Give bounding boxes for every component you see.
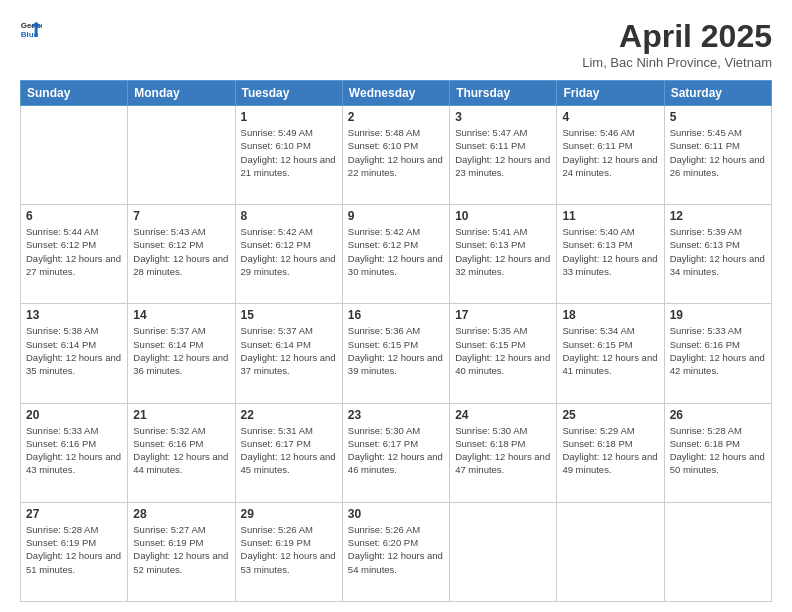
calendar-cell: 24Sunrise: 5:30 AMSunset: 6:18 PMDayligh… bbox=[450, 403, 557, 502]
calendar-cell: 29Sunrise: 5:26 AMSunset: 6:19 PMDayligh… bbox=[235, 502, 342, 601]
calendar-cell: 18Sunrise: 5:34 AMSunset: 6:15 PMDayligh… bbox=[557, 304, 664, 403]
day-number: 7 bbox=[133, 209, 229, 223]
day-info: Sunrise: 5:40 AMSunset: 6:13 PMDaylight:… bbox=[562, 225, 658, 278]
calendar-cell: 22Sunrise: 5:31 AMSunset: 6:17 PMDayligh… bbox=[235, 403, 342, 502]
weekday-header: Monday bbox=[128, 81, 235, 106]
logo: General Blue bbox=[20, 18, 42, 40]
calendar-cell: 30Sunrise: 5:26 AMSunset: 6:20 PMDayligh… bbox=[342, 502, 449, 601]
day-number: 18 bbox=[562, 308, 658, 322]
calendar-cell: 7Sunrise: 5:43 AMSunset: 6:12 PMDaylight… bbox=[128, 205, 235, 304]
calendar-week-row: 1Sunrise: 5:49 AMSunset: 6:10 PMDaylight… bbox=[21, 106, 772, 205]
logo-icon: General Blue bbox=[20, 18, 42, 40]
calendar-cell bbox=[21, 106, 128, 205]
day-info: Sunrise: 5:41 AMSunset: 6:13 PMDaylight:… bbox=[455, 225, 551, 278]
calendar-week-row: 13Sunrise: 5:38 AMSunset: 6:14 PMDayligh… bbox=[21, 304, 772, 403]
day-number: 30 bbox=[348, 507, 444, 521]
day-info: Sunrise: 5:30 AMSunset: 6:17 PMDaylight:… bbox=[348, 424, 444, 477]
day-number: 10 bbox=[455, 209, 551, 223]
weekday-header: Thursday bbox=[450, 81, 557, 106]
day-info: Sunrise: 5:45 AMSunset: 6:11 PMDaylight:… bbox=[670, 126, 766, 179]
calendar-cell: 11Sunrise: 5:40 AMSunset: 6:13 PMDayligh… bbox=[557, 205, 664, 304]
day-info: Sunrise: 5:48 AMSunset: 6:10 PMDaylight:… bbox=[348, 126, 444, 179]
calendar-body: 1Sunrise: 5:49 AMSunset: 6:10 PMDaylight… bbox=[21, 106, 772, 602]
weekday-header: Friday bbox=[557, 81, 664, 106]
calendar-cell: 14Sunrise: 5:37 AMSunset: 6:14 PMDayligh… bbox=[128, 304, 235, 403]
day-number: 28 bbox=[133, 507, 229, 521]
calendar-week-row: 27Sunrise: 5:28 AMSunset: 6:19 PMDayligh… bbox=[21, 502, 772, 601]
day-info: Sunrise: 5:26 AMSunset: 6:20 PMDaylight:… bbox=[348, 523, 444, 576]
weekday-header: Saturday bbox=[664, 81, 771, 106]
title-block: April 2025 Lim, Bac Ninh Province, Vietn… bbox=[582, 18, 772, 70]
day-number: 16 bbox=[348, 308, 444, 322]
calendar-cell: 26Sunrise: 5:28 AMSunset: 6:18 PMDayligh… bbox=[664, 403, 771, 502]
calendar-cell: 10Sunrise: 5:41 AMSunset: 6:13 PMDayligh… bbox=[450, 205, 557, 304]
day-info: Sunrise: 5:43 AMSunset: 6:12 PMDaylight:… bbox=[133, 225, 229, 278]
day-number: 4 bbox=[562, 110, 658, 124]
calendar-cell bbox=[128, 106, 235, 205]
calendar-cell: 1Sunrise: 5:49 AMSunset: 6:10 PMDaylight… bbox=[235, 106, 342, 205]
day-number: 29 bbox=[241, 507, 337, 521]
calendar-page: General Blue April 2025 Lim, Bac Ninh Pr… bbox=[0, 0, 792, 612]
day-number: 22 bbox=[241, 408, 337, 422]
calendar-cell: 28Sunrise: 5:27 AMSunset: 6:19 PMDayligh… bbox=[128, 502, 235, 601]
calendar-cell: 15Sunrise: 5:37 AMSunset: 6:14 PMDayligh… bbox=[235, 304, 342, 403]
calendar-cell: 8Sunrise: 5:42 AMSunset: 6:12 PMDaylight… bbox=[235, 205, 342, 304]
calendar-cell bbox=[664, 502, 771, 601]
calendar-cell: 17Sunrise: 5:35 AMSunset: 6:15 PMDayligh… bbox=[450, 304, 557, 403]
calendar-title: April 2025 bbox=[582, 18, 772, 55]
day-info: Sunrise: 5:33 AMSunset: 6:16 PMDaylight:… bbox=[26, 424, 122, 477]
day-info: Sunrise: 5:27 AMSunset: 6:19 PMDaylight:… bbox=[133, 523, 229, 576]
day-info: Sunrise: 5:42 AMSunset: 6:12 PMDaylight:… bbox=[241, 225, 337, 278]
calendar-table: SundayMondayTuesdayWednesdayThursdayFrid… bbox=[20, 80, 772, 602]
calendar-cell: 9Sunrise: 5:42 AMSunset: 6:12 PMDaylight… bbox=[342, 205, 449, 304]
calendar-cell: 4Sunrise: 5:46 AMSunset: 6:11 PMDaylight… bbox=[557, 106, 664, 205]
weekday-row: SundayMondayTuesdayWednesdayThursdayFrid… bbox=[21, 81, 772, 106]
day-number: 8 bbox=[241, 209, 337, 223]
day-info: Sunrise: 5:37 AMSunset: 6:14 PMDaylight:… bbox=[241, 324, 337, 377]
day-number: 19 bbox=[670, 308, 766, 322]
day-info: Sunrise: 5:38 AMSunset: 6:14 PMDaylight:… bbox=[26, 324, 122, 377]
calendar-week-row: 6Sunrise: 5:44 AMSunset: 6:12 PMDaylight… bbox=[21, 205, 772, 304]
calendar-header: SundayMondayTuesdayWednesdayThursdayFrid… bbox=[21, 81, 772, 106]
day-number: 20 bbox=[26, 408, 122, 422]
weekday-header: Tuesday bbox=[235, 81, 342, 106]
day-info: Sunrise: 5:30 AMSunset: 6:18 PMDaylight:… bbox=[455, 424, 551, 477]
day-number: 13 bbox=[26, 308, 122, 322]
day-number: 2 bbox=[348, 110, 444, 124]
day-number: 12 bbox=[670, 209, 766, 223]
day-info: Sunrise: 5:28 AMSunset: 6:19 PMDaylight:… bbox=[26, 523, 122, 576]
day-number: 9 bbox=[348, 209, 444, 223]
day-info: Sunrise: 5:33 AMSunset: 6:16 PMDaylight:… bbox=[670, 324, 766, 377]
day-number: 1 bbox=[241, 110, 337, 124]
calendar-cell: 20Sunrise: 5:33 AMSunset: 6:16 PMDayligh… bbox=[21, 403, 128, 502]
day-info: Sunrise: 5:42 AMSunset: 6:12 PMDaylight:… bbox=[348, 225, 444, 278]
day-number: 6 bbox=[26, 209, 122, 223]
day-info: Sunrise: 5:37 AMSunset: 6:14 PMDaylight:… bbox=[133, 324, 229, 377]
calendar-cell: 19Sunrise: 5:33 AMSunset: 6:16 PMDayligh… bbox=[664, 304, 771, 403]
day-info: Sunrise: 5:32 AMSunset: 6:16 PMDaylight:… bbox=[133, 424, 229, 477]
calendar-cell: 25Sunrise: 5:29 AMSunset: 6:18 PMDayligh… bbox=[557, 403, 664, 502]
day-info: Sunrise: 5:44 AMSunset: 6:12 PMDaylight:… bbox=[26, 225, 122, 278]
calendar-cell: 2Sunrise: 5:48 AMSunset: 6:10 PMDaylight… bbox=[342, 106, 449, 205]
day-info: Sunrise: 5:31 AMSunset: 6:17 PMDaylight:… bbox=[241, 424, 337, 477]
calendar-cell: 12Sunrise: 5:39 AMSunset: 6:13 PMDayligh… bbox=[664, 205, 771, 304]
day-info: Sunrise: 5:29 AMSunset: 6:18 PMDaylight:… bbox=[562, 424, 658, 477]
day-info: Sunrise: 5:28 AMSunset: 6:18 PMDaylight:… bbox=[670, 424, 766, 477]
day-info: Sunrise: 5:26 AMSunset: 6:19 PMDaylight:… bbox=[241, 523, 337, 576]
day-number: 5 bbox=[670, 110, 766, 124]
day-number: 17 bbox=[455, 308, 551, 322]
day-info: Sunrise: 5:49 AMSunset: 6:10 PMDaylight:… bbox=[241, 126, 337, 179]
calendar-cell: 3Sunrise: 5:47 AMSunset: 6:11 PMDaylight… bbox=[450, 106, 557, 205]
calendar-cell: 6Sunrise: 5:44 AMSunset: 6:12 PMDaylight… bbox=[21, 205, 128, 304]
calendar-cell: 21Sunrise: 5:32 AMSunset: 6:16 PMDayligh… bbox=[128, 403, 235, 502]
calendar-cell: 5Sunrise: 5:45 AMSunset: 6:11 PMDaylight… bbox=[664, 106, 771, 205]
day-number: 3 bbox=[455, 110, 551, 124]
day-number: 23 bbox=[348, 408, 444, 422]
weekday-header: Sunday bbox=[21, 81, 128, 106]
day-info: Sunrise: 5:39 AMSunset: 6:13 PMDaylight:… bbox=[670, 225, 766, 278]
calendar-cell: 23Sunrise: 5:30 AMSunset: 6:17 PMDayligh… bbox=[342, 403, 449, 502]
day-number: 26 bbox=[670, 408, 766, 422]
header: General Blue April 2025 Lim, Bac Ninh Pr… bbox=[20, 18, 772, 70]
weekday-header: Wednesday bbox=[342, 81, 449, 106]
calendar-week-row: 20Sunrise: 5:33 AMSunset: 6:16 PMDayligh… bbox=[21, 403, 772, 502]
